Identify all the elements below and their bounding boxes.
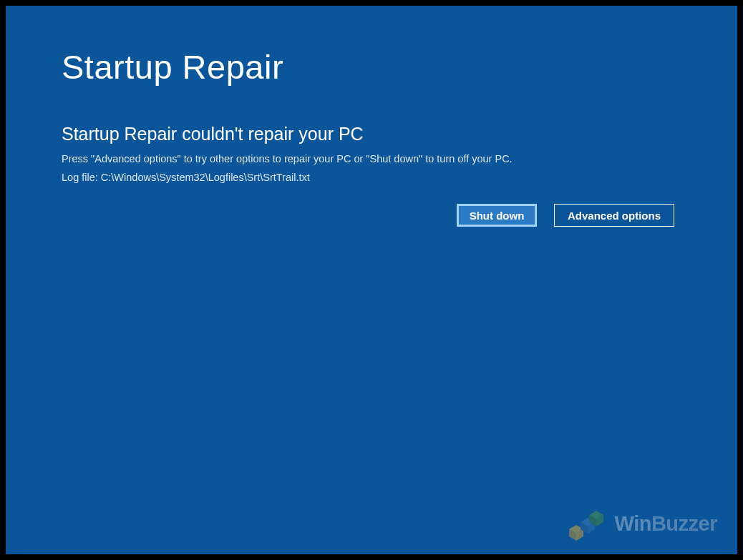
action-buttons: Shut down Advanced options: [457, 204, 674, 227]
brand-part-2: Buzzer: [651, 512, 717, 535]
instruction-message: Press "Advanced options" to try other op…: [62, 152, 681, 166]
startup-repair-screen: Startup Repair Startup Repair couldn't r…: [6, 6, 737, 554]
advanced-options-button[interactable]: Advanced options: [554, 204, 674, 227]
brand-part-1: Win: [615, 512, 651, 535]
winbuzzer-brand-text: WinBuzzer: [615, 512, 717, 536]
error-subtitle: Startup Repair couldn't repair your PC: [62, 124, 681, 144]
logfile-path: Log file: C:\Windows\System32\Logfiles\S…: [62, 172, 681, 183]
page-title: Startup Repair: [62, 47, 681, 87]
shutdown-button[interactable]: Shut down: [457, 204, 537, 227]
winbuzzer-logo-icon: [563, 506, 608, 541]
winbuzzer-watermark: WinBuzzer: [563, 506, 717, 541]
